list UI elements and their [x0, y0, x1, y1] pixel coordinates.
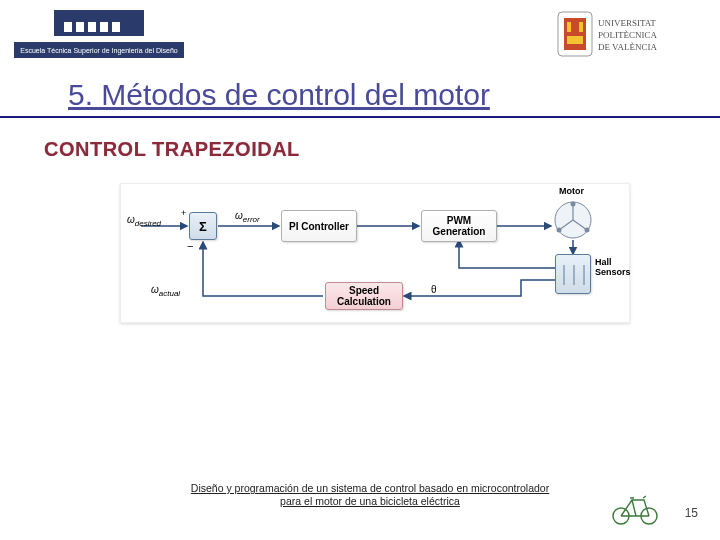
svg-point-22: [571, 202, 576, 207]
header: Escuela Técnica Superior de Ingeniería d…: [0, 0, 720, 70]
upv-logo: UNIVERSITAT POLITÈCNICA DE VALÈNCIA: [556, 10, 706, 60]
omega-actual-label: ωactual: [151, 284, 180, 298]
omega-error-label: ωerror: [235, 210, 260, 224]
etsid-logo: Escuela Técnica Superior de Ingeniería d…: [14, 6, 184, 64]
minus-sign: −: [187, 240, 193, 252]
section-subtitle: CONTROL TRAPEZOIDAL: [44, 138, 300, 161]
summing-junction: Σ: [189, 212, 217, 240]
title-bar: 5. Métodos de control del motor: [0, 78, 720, 118]
svg-rect-1: [64, 22, 72, 32]
svg-rect-2: [76, 22, 84, 32]
svg-point-24: [585, 228, 590, 233]
omega-desired-label: ωdesired: [127, 214, 161, 228]
svg-text:DE VALÈNCIA: DE VALÈNCIA: [598, 42, 657, 52]
svg-text:UNIVERSITAT: UNIVERSITAT: [598, 18, 656, 28]
speed-calculation-block: Speed Calculation: [325, 282, 403, 310]
theta-label: θ: [431, 284, 437, 295]
svg-text:Escuela Técnica Superior de In: Escuela Técnica Superior de Ingeniería d…: [20, 47, 178, 55]
svg-rect-12: [567, 36, 583, 44]
footer-caption: Diseño y programación de un sistema de c…: [180, 482, 560, 508]
svg-rect-4: [100, 22, 108, 32]
plus-sign: +: [181, 208, 186, 218]
pi-controller-block: PI Controller: [281, 210, 357, 242]
svg-rect-10: [567, 22, 571, 32]
motor-icon: [551, 198, 601, 248]
page-number: 15: [685, 506, 698, 520]
page-title: 5. Métodos de control del motor: [0, 78, 720, 112]
hall-sensors-block: [555, 254, 591, 294]
svg-point-23: [557, 228, 562, 233]
control-diagram: Σ + − PI Controller PWM Generation Speed…: [120, 183, 630, 323]
motor-label: Motor: [559, 186, 584, 196]
bicycle-icon: [610, 492, 660, 526]
hall-label: Hall Sensors: [595, 258, 635, 278]
svg-rect-11: [579, 22, 583, 32]
footer: Diseño y programación de un sistema de c…: [0, 482, 720, 526]
svg-text:POLITÈCNICA: POLITÈCNICA: [598, 30, 657, 40]
svg-rect-5: [112, 22, 120, 32]
pwm-generation-block: PWM Generation: [421, 210, 497, 242]
svg-rect-3: [88, 22, 96, 32]
